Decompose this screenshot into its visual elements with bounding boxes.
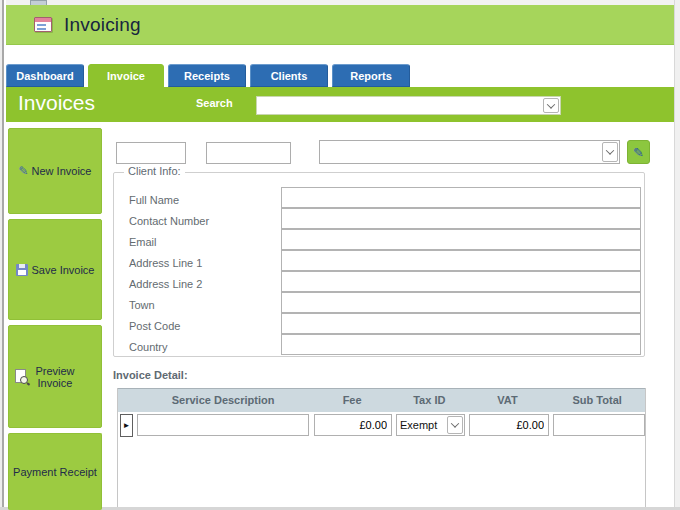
invoices-toolbar: Invoices Search — [6, 87, 674, 122]
address-line-1-field[interactable] — [281, 250, 641, 271]
sub-total-field[interactable] — [553, 414, 645, 436]
invoicing-app-window: Invoicing Dashboard Invoice Receipts Cli… — [0, 0, 680, 510]
tax-id-value: Exempt — [397, 419, 446, 431]
client-info-fieldset: Client Info: Full Name Contact Number Em… — [113, 172, 645, 357]
email-label: Email — [129, 233, 157, 254]
post-code-label: Post Code — [129, 317, 180, 338]
service-description-column-header: Service Description — [135, 389, 311, 412]
service-description-field[interactable] — [137, 414, 309, 436]
print-preview-icon — [15, 369, 26, 383]
search-combobox[interactable] — [256, 96, 561, 115]
client-select-input[interactable] — [320, 141, 601, 163]
search-label: Search — [196, 97, 233, 109]
invoice-detail-grid: Service Description Fee Tax ID VAT Sub T… — [117, 388, 646, 507]
app-title: Invoicing — [64, 14, 141, 36]
record-arrow-icon: ► — [123, 421, 131, 430]
country-label: Country — [129, 338, 168, 359]
client-select-combobox[interactable] — [319, 140, 620, 164]
address-line-2-field[interactable] — [281, 271, 641, 292]
chevron-down-icon — [547, 100, 555, 108]
town-label: Town — [129, 296, 155, 317]
client-select-dropdown-button[interactable] — [602, 142, 618, 162]
selector-column-header — [118, 389, 135, 412]
pencil-icon: ✎ — [633, 145, 644, 160]
window-right-edge — [674, 0, 680, 510]
tab-invoice[interactable]: Invoice — [88, 64, 164, 88]
record-selector[interactable]: ► — [120, 414, 133, 437]
fee-field[interactable] — [314, 414, 392, 436]
country-field[interactable] — [281, 334, 641, 355]
page-title: Invoices — [18, 91, 95, 115]
post-code-field[interactable] — [281, 313, 641, 334]
invoice-number-field[interactable] — [116, 142, 186, 164]
form-icon — [34, 17, 52, 32]
app-header: Invoicing — [6, 5, 674, 45]
save-icon — [16, 264, 28, 276]
payment-receipt-button[interactable]: Payment Receipt — [8, 433, 102, 510]
contact-number-field[interactable] — [281, 208, 641, 229]
address-line-1-label: Address Line 1 — [129, 254, 202, 275]
tax-id-column-header: Tax ID — [393, 389, 466, 412]
tab-clients[interactable]: Clients — [250, 64, 328, 87]
vat-column-header: VAT — [466, 389, 550, 412]
chevron-down-icon — [451, 419, 459, 427]
search-dropdown-button[interactable] — [543, 98, 559, 113]
edit-client-button[interactable]: ✎ — [627, 140, 650, 164]
preview-invoice-button[interactable]: Preview Invoice — [8, 325, 102, 428]
tab-reports[interactable]: Reports — [332, 64, 410, 87]
pencil-icon: ✎ — [19, 164, 29, 178]
new-invoice-button[interactable]: ✎ New Invoice — [8, 128, 102, 214]
town-field[interactable] — [281, 292, 641, 313]
address-line-2-label: Address Line 2 — [129, 275, 202, 296]
client-info-legend: Client Info: — [124, 165, 185, 177]
contact-number-label: Contact Number — [129, 212, 209, 233]
sub-total-column-header: Sub Total — [549, 389, 645, 412]
email-field[interactable] — [281, 229, 641, 250]
fee-column-header: Fee — [311, 389, 393, 412]
full-name-field[interactable] — [281, 187, 641, 208]
tax-id-dropdown-button[interactable] — [447, 416, 463, 434]
grid-header-row: Service Description Fee Tax ID VAT Sub T… — [118, 388, 645, 412]
vat-field[interactable] — [469, 414, 549, 436]
tab-dashboard[interactable]: Dashboard — [6, 64, 84, 87]
tab-receipts[interactable]: Receipts — [168, 64, 246, 87]
invoice-detail-label: Invoice Detail: — [113, 369, 188, 381]
full-name-label: Full Name — [129, 191, 179, 212]
save-invoice-button[interactable]: Save Invoice — [8, 219, 102, 320]
table-row: ► Exempt — [118, 412, 645, 440]
search-input[interactable] — [257, 97, 542, 114]
invoice-date-field[interactable] — [206, 142, 291, 164]
chevron-down-icon — [606, 146, 614, 154]
tax-id-combobox[interactable]: Exempt — [396, 414, 465, 436]
